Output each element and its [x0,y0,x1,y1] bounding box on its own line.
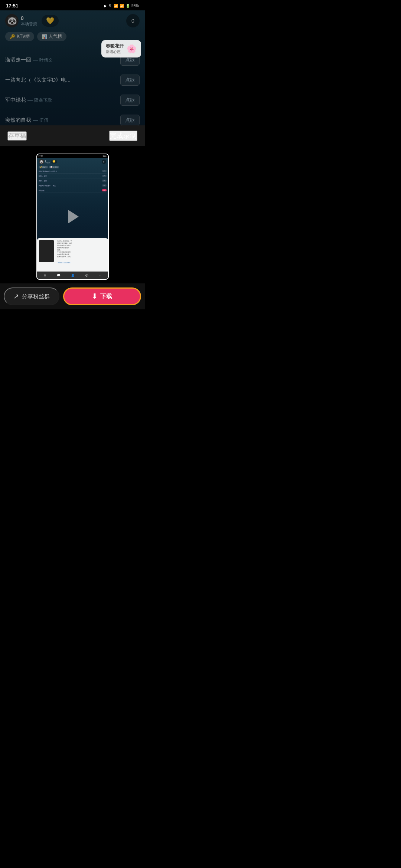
thumb-chat-icon: 💬 [57,274,61,277]
share-fans-button[interactable]: ↗ 分享粉丝群 [4,287,59,305]
popularity-rank-label: 人气榜 [49,33,62,40]
status-time: 17:51 [6,3,18,9]
dian-ge-button[interactable]: 点歌 [120,95,140,106]
thumb-time: 17:50 [39,155,43,157]
status-icons: ▶ 🎙 📶 📶 🔋 95% [104,4,139,8]
share-icon: ↗ [13,292,19,300]
thumb-dian-ge: 点歌 [102,175,107,177]
popularity-rank-tab[interactable]: 📊 人气榜 [37,32,66,41]
ktv-rank-tab[interactable]: 🔑 KTV榜 [5,32,34,41]
thumb-list-item: 欢迎点歌 点歌 [39,188,107,193]
dian-ge-button[interactable]: 点歌 [120,115,140,125]
signal-icon: 📶 [114,4,118,8]
heart-button[interactable]: 💛 [42,15,59,27]
thumb-dian-ge: 点歌 [102,170,107,172]
ktv-header: 🐼 0 本场音浪 💛 0 [0,10,145,30]
action-bar: ↗ 分享粉丝群 ⬇ 下载 [0,283,145,309]
preview-section: 17:50 95% 🐼 0 本场音浪 💛 0 🔑 KTV榜 📊 人气榜 [0,146,145,283]
play-icon [68,210,79,223]
ktv-rank-label: KTV榜 [17,33,30,40]
wish-title: 春暖花开 [106,43,124,49]
save-draft-button[interactable]: 存草稿 [7,131,27,141]
counter-button[interactable]: 0 [126,14,140,27]
play-overlay [63,207,82,226]
key-icon: 🔑 [10,34,15,39]
thumb-battery: 95% [102,155,106,157]
song-info: 一路向北（《头文字D》电... [5,77,71,83]
thumb-list-item: 我的快乐就是想你 — 某某 点歌 [39,183,107,188]
ktv-score: 0 [21,15,37,21]
thumb-list-item: 红唇 — 实早 点歌 [39,174,107,178]
thumb-list-item: 留情心魔 (Remix) — 蓝可儿 点歌 [39,169,107,174]
wish-card[interactable]: 春暖花开 新增心愿 🌸 [101,40,141,57]
list-item: 突然的自我 — 伍佰 点歌 [0,110,145,125]
thumb-rank-tabs: 🔑 KTV榜 📊 人气榜 [37,165,108,169]
thumb-ktv-tab: 🔑 KTV榜 [39,166,48,168]
cast-icon: ▶ [104,4,107,8]
song-title: 潇洒走一回 — 叶倩文 [5,57,53,63]
thumbnail-inner: 17:50 95% 🐼 0 本场音浪 💛 0 🔑 KTV榜 📊 人气榜 [37,154,108,279]
ktv-user-stats: 0 本场音浪 [21,15,37,27]
ktv-label: 本场音浪 [21,21,37,27]
thumb-modal-text-area: 当行为，若有违反，平 话暂停支付收款、冻结 同时向相关部门依法 因此给平台造成损… [57,240,72,264]
song-info: 潇洒走一回 — 叶倩文 [5,57,53,63]
thumb-song-title: 红唇 — 实早 [39,175,47,177]
download-label: 下载 [100,293,112,300]
status-bar: 17:51 ▶ 🎙 📶 📶 🔋 95% [0,0,145,10]
thumb-person-icon: 👤 [71,274,75,277]
share-fans-label: 分享粉丝群 [22,293,50,300]
ktv-section: 🐼 0 本场音浪 💛 0 🔑 KTV榜 📊 人气榜 春暖花开 新增心愿 [0,10,145,125]
thumb-grid-icon: ⊞ [44,274,46,277]
thumb-song-title: 留情心魔 (Remix) — 蓝可儿 [39,170,57,172]
thumb-label: 本场音浪 [45,162,50,164]
dian-ge-button[interactable]: 点歌 [120,75,140,86]
list-item: 军中绿花 — 隆鑫飞歌 点歌 [0,90,145,110]
flower-icon: 🌸 [127,44,137,54]
wish-subtitle: 新增心愿 [106,49,124,55]
thumb-user-stats: 0 本场音浪 [45,160,50,164]
thumb-dian-ge: 点歌 [102,184,107,187]
song-list: 潇洒走一回 — 叶倩文 点歌 一路向北（《头文字D》电... 点歌 军中绿花 —… [0,47,145,125]
thumb-user-area: 🐼 0 本场音浪 💛 [39,159,57,164]
download-button[interactable]: ⬇ 下载 [63,287,141,305]
thumb-avatar: 🐼 [39,159,44,164]
battery-icon: 🔋 [125,4,130,8]
signal2-icon: 📶 [120,4,124,8]
thumb-dian-ge: 点歌 [102,180,107,182]
thumb-modal-tag: 有房免押，点击立即使用 [57,262,71,263]
song-title: 突然的自我 — 伍佰 [5,117,48,124]
panda-icon: 🐼 [7,16,17,26]
song-title: 军中绿花 — 隆鑫飞歌 [5,97,52,103]
mic-icon: 🎙 [108,4,112,8]
heart-icon: 💛 [46,17,54,25]
thumb-status-bar: 17:50 95% [37,154,108,158]
thumb-more-icon: ··· [99,274,101,277]
avatar: 🐼 [5,14,19,27]
ktv-user-info: 🐼 0 本场音浪 💛 [5,14,59,27]
thumb-pop-tab: 📊 人气榜 [49,166,59,168]
counter-label: 0 [131,18,134,24]
thumb-dian-ge-active: 点歌 [102,189,107,191]
thumb-modal-image [39,240,54,262]
complete-record-button[interactable]: 完成录制 [109,131,137,141]
thumb-bottom-bar: ⊞ 💬 👤 ⏻ ··· [37,272,108,279]
recording-bar: 存草稿 完成录制 [0,125,145,146]
thumb-song-title: 成都 — 赵雷 [39,180,47,182]
download-icon: ⬇ [92,292,97,300]
thumb-song-title: 欢迎点歌 [39,190,45,191]
thumb-modal-text: 当行为，若有违反，平 话暂停支付收款、冻结 同时向相关部门依法 因此给平台造成损… [57,240,72,258]
song-info: 军中绿花 — 隆鑫飞歌 [5,97,52,103]
thumb-heart: 💛 [51,160,57,164]
thumb-song-title: 我的快乐就是想你 — 某某 [39,185,56,187]
video-thumbnail[interactable]: 17:50 95% 🐼 0 本场音浪 💛 0 🔑 KTV榜 📊 人气榜 [36,154,109,280]
chart-icon: 📊 [42,34,47,39]
thumb-counter: 0 [102,160,106,164]
song-title: 一路向北（《头文字D》电... [5,77,71,83]
thumb-header: 🐼 0 本场音浪 💛 0 [37,158,108,165]
list-item: 一路向北（《头文字D》电... 点歌 [0,70,145,90]
wish-text-block: 春暖花开 新增心愿 [106,43,124,55]
thumb-list-item: 成都 — 赵雷 点歌 [39,178,107,183]
battery-percent: 95% [131,4,139,8]
thumb-power-icon: ⏻ [85,274,88,277]
thumb-song-list: 留情心魔 (Remix) — 蓝可儿 点歌 红唇 — 实早 点歌 成都 — 赵雷… [37,169,108,193]
